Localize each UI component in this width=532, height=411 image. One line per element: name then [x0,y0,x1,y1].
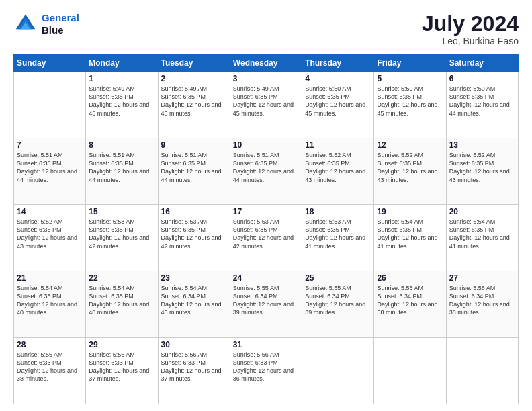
day-number: 27 [449,273,515,283]
day-info: Sunrise: 5:49 AMSunset: 6:35 PMDaylight:… [89,85,154,118]
calendar-cell: 13Sunrise: 5:52 AMSunset: 6:35 PMDayligh… [446,138,518,205]
day-number: 12 [377,140,443,150]
day-number: 8 [89,140,154,150]
calendar-cell: 10Sunrise: 5:51 AMSunset: 6:35 PMDayligh… [230,138,302,205]
day-number: 29 [89,340,154,349]
day-number: 10 [233,140,299,150]
day-info: Sunrise: 5:51 AMSunset: 6:35 PMDaylight:… [17,151,83,184]
calendar-cell: 21Sunrise: 5:54 AMSunset: 6:35 PMDayligh… [14,271,86,338]
calendar-cell: 28Sunrise: 5:55 AMSunset: 6:33 PMDayligh… [14,338,86,404]
calendar-cell: 22Sunrise: 5:54 AMSunset: 6:35 PMDayligh… [86,271,158,338]
day-number: 5 [377,74,443,83]
calendar-header-row: SundayMondayTuesdayWednesdayThursdayFrid… [14,55,519,72]
day-info: Sunrise: 5:56 AMSunset: 6:33 PMDaylight:… [233,351,299,383]
day-info: Sunrise: 5:55 AMSunset: 6:34 PMDaylight:… [449,284,515,317]
day-number: 31 [233,340,299,349]
calendar-cell: 25Sunrise: 5:55 AMSunset: 6:34 PMDayligh… [302,271,374,338]
calendar-cell: 14Sunrise: 5:52 AMSunset: 6:35 PMDayligh… [14,205,86,271]
day-info: Sunrise: 5:54 AMSunset: 6:35 PMDaylight:… [377,218,443,250]
header: General Blue July 2024 Leo, Burkina Faso [13,12,519,46]
day-number: 16 [161,207,227,216]
calendar-cell: 4Sunrise: 5:50 AMSunset: 6:35 PMDaylight… [302,72,374,138]
day-info: Sunrise: 5:51 AMSunset: 6:35 PMDaylight:… [89,151,154,184]
title-block: July 2024 Leo, Burkina Faso [422,12,519,46]
calendar-cell: 27Sunrise: 5:55 AMSunset: 6:34 PMDayligh… [446,271,518,338]
calendar-cell: 19Sunrise: 5:54 AMSunset: 6:35 PMDayligh… [374,205,446,271]
day-info: Sunrise: 5:56 AMSunset: 6:33 PMDaylight:… [161,351,227,383]
calendar-cell: 26Sunrise: 5:55 AMSunset: 6:34 PMDayligh… [374,271,446,338]
day-number: 7 [17,140,83,150]
day-number: 15 [89,207,154,216]
calendar-cell: 2Sunrise: 5:49 AMSunset: 6:35 PMDaylight… [158,72,230,138]
logo-icon [13,12,38,36]
day-info: Sunrise: 5:56 AMSunset: 6:33 PMDaylight:… [89,351,154,383]
calendar-cell [374,338,446,404]
calendar-cell: 29Sunrise: 5:56 AMSunset: 6:33 PMDayligh… [86,338,158,404]
day-info: Sunrise: 5:53 AMSunset: 6:35 PMDaylight:… [161,218,227,250]
subtitle: Leo, Burkina Faso [422,36,519,46]
day-number: 11 [305,140,371,150]
day-number: 13 [449,140,515,150]
day-info: Sunrise: 5:54 AMSunset: 6:35 PMDaylight:… [17,284,83,317]
page: General Blue July 2024 Leo, Burkina Faso… [0,0,532,411]
weekday-header: Wednesday [230,55,302,72]
day-info: Sunrise: 5:49 AMSunset: 6:35 PMDaylight:… [161,85,227,118]
calendar-cell [446,338,518,404]
day-info: Sunrise: 5:50 AMSunset: 6:35 PMDaylight:… [377,85,443,118]
day-number: 22 [89,273,154,283]
calendar-week-row: 7Sunrise: 5:51 AMSunset: 6:35 PMDaylight… [14,138,519,205]
day-info: Sunrise: 5:49 AMSunset: 6:35 PMDaylight:… [233,85,299,118]
day-info: Sunrise: 5:53 AMSunset: 6:35 PMDaylight:… [89,218,154,250]
day-info: Sunrise: 5:52 AMSunset: 6:35 PMDaylight:… [17,218,83,250]
day-info: Sunrise: 5:52 AMSunset: 6:35 PMDaylight:… [377,151,443,184]
calendar-cell: 3Sunrise: 5:49 AMSunset: 6:35 PMDaylight… [230,72,302,138]
calendar-cell: 18Sunrise: 5:53 AMSunset: 6:35 PMDayligh… [302,205,374,271]
day-number: 3 [233,74,299,83]
calendar-cell: 16Sunrise: 5:53 AMSunset: 6:35 PMDayligh… [158,205,230,271]
day-info: Sunrise: 5:54 AMSunset: 6:35 PMDaylight:… [89,284,154,317]
day-number: 28 [17,340,83,349]
weekday-header: Tuesday [158,55,230,72]
day-info: Sunrise: 5:55 AMSunset: 6:34 PMDaylight:… [305,284,371,317]
day-number: 2 [161,74,227,83]
calendar-cell: 6Sunrise: 5:50 AMSunset: 6:35 PMDaylight… [446,72,518,138]
day-info: Sunrise: 5:50 AMSunset: 6:35 PMDaylight:… [305,85,371,118]
calendar-week-row: 14Sunrise: 5:52 AMSunset: 6:35 PMDayligh… [14,205,519,271]
day-number: 18 [305,207,371,216]
day-number: 9 [161,140,227,150]
calendar-cell: 8Sunrise: 5:51 AMSunset: 6:35 PMDaylight… [86,138,158,205]
day-number: 17 [233,207,299,216]
day-info: Sunrise: 5:51 AMSunset: 6:35 PMDaylight:… [233,151,299,184]
day-number: 14 [17,207,83,216]
day-info: Sunrise: 5:54 AMSunset: 6:35 PMDaylight:… [449,218,515,250]
calendar-cell: 20Sunrise: 5:54 AMSunset: 6:35 PMDayligh… [446,205,518,271]
day-number: 25 [305,273,371,283]
main-title: July 2024 [422,12,519,36]
day-info: Sunrise: 5:55 AMSunset: 6:33 PMDaylight:… [17,351,83,383]
calendar-cell [14,72,86,138]
day-info: Sunrise: 5:51 AMSunset: 6:35 PMDaylight:… [161,151,227,184]
day-info: Sunrise: 5:55 AMSunset: 6:34 PMDaylight:… [233,284,299,317]
day-number: 24 [233,273,299,283]
calendar-cell: 11Sunrise: 5:52 AMSunset: 6:35 PMDayligh… [302,138,374,205]
day-info: Sunrise: 5:50 AMSunset: 6:35 PMDaylight:… [449,85,515,118]
day-number: 23 [161,273,227,283]
day-number: 6 [449,74,515,83]
weekday-header: Thursday [302,55,374,72]
day-info: Sunrise: 5:55 AMSunset: 6:34 PMDaylight:… [377,284,443,317]
day-info: Sunrise: 5:53 AMSunset: 6:35 PMDaylight:… [305,218,371,250]
calendar-cell: 12Sunrise: 5:52 AMSunset: 6:35 PMDayligh… [374,138,446,205]
calendar-week-row: 28Sunrise: 5:55 AMSunset: 6:33 PMDayligh… [14,338,519,404]
day-number: 21 [17,273,83,283]
logo-text: General Blue [42,12,79,36]
calendar-cell: 1Sunrise: 5:49 AMSunset: 6:35 PMDaylight… [86,72,158,138]
day-number: 30 [161,340,227,349]
calendar-cell [302,338,374,404]
calendar-cell: 31Sunrise: 5:56 AMSunset: 6:33 PMDayligh… [230,338,302,404]
day-number: 19 [377,207,443,216]
calendar-cell: 5Sunrise: 5:50 AMSunset: 6:35 PMDaylight… [374,72,446,138]
calendar-week-row: 21Sunrise: 5:54 AMSunset: 6:35 PMDayligh… [14,271,519,338]
weekday-header: Sunday [14,55,86,72]
weekday-header: Monday [86,55,158,72]
day-info: Sunrise: 5:54 AMSunset: 6:34 PMDaylight:… [161,284,227,317]
